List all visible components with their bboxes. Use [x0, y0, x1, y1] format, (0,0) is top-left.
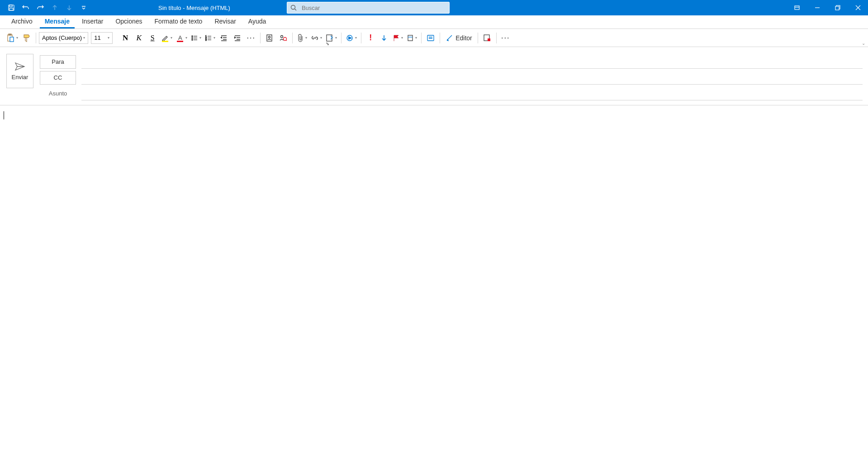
immersive-reader-button[interactable] — [424, 32, 437, 44]
separator — [440, 33, 440, 43]
search-box[interactable] — [287, 2, 450, 14]
minimize-button[interactable] — [807, 0, 827, 15]
high-importance-button[interactable]: ! — [364, 32, 377, 44]
svg-text:3: 3 — [205, 38, 207, 41]
format-painter-button[interactable] — [20, 32, 33, 44]
undo-button[interactable] — [19, 1, 33, 14]
chevron-down-icon: ▾ — [320, 36, 322, 40]
collapse-ribbon-button[interactable]: ⌄ — [862, 41, 865, 46]
italic-button[interactable]: K — [133, 32, 145, 44]
subject-label: Asunto — [40, 90, 76, 97]
font-size-select[interactable]: 11 ▾ — [91, 32, 113, 44]
link-button[interactable]: ▾ — [309, 32, 323, 44]
chevron-down-icon: ▾ — [108, 36, 109, 40]
chevron-down-icon: ▾ — [83, 36, 85, 40]
low-importance-button[interactable] — [378, 32, 390, 44]
font-name-select[interactable]: Aptos (Cuerpo) ▾ — [39, 32, 88, 44]
next-item-button — [62, 1, 76, 14]
prev-item-button — [48, 1, 62, 14]
dialog-launcher-icon[interactable]: ⬊ — [326, 41, 329, 46]
ribbon: ▾ Aptos (Cuerpo) ▾ 11 ▾ N K S ▾ A ▾ ▾ 12… — [0, 29, 868, 47]
window-title: Sin título - Mensaje (HTML) — [158, 5, 230, 11]
to-button[interactable]: Para — [40, 55, 76, 69]
compose-header: Enviar Para CC Asunto — [0, 47, 868, 101]
tab-archivo[interactable]: Archivo — [6, 15, 38, 28]
bold-button[interactable]: N — [119, 32, 132, 44]
chevron-down-icon: ▾ — [213, 36, 215, 40]
chevron-down-icon: ▾ — [171, 36, 172, 40]
search-icon — [290, 4, 297, 11]
text-cursor — [4, 111, 4, 119]
chevron-down-icon: ▾ — [16, 36, 18, 40]
svg-rect-24 — [408, 35, 413, 41]
assign-policy-button[interactable]: ▾ — [405, 32, 418, 44]
svg-rect-4 — [795, 6, 799, 10]
tab-formato[interactable]: Formato de texto — [150, 15, 208, 28]
to-input[interactable] — [81, 55, 863, 69]
maximize-button[interactable] — [827, 0, 848, 15]
separator — [341, 33, 342, 43]
more-formatting-button[interactable]: ··· — [245, 32, 257, 44]
save-button[interactable] — [5, 1, 18, 14]
qat-customize-button[interactable] — [77, 1, 90, 14]
svg-point-3 — [291, 5, 295, 10]
svg-rect-1 — [9, 5, 12, 7]
cc-row: CC — [40, 70, 863, 86]
separator — [260, 33, 261, 43]
tab-opciones[interactable]: Opciones — [110, 15, 147, 28]
svg-rect-27 — [488, 38, 490, 41]
attach-file-button[interactable]: ▾ — [295, 32, 308, 44]
decrease-indent-button[interactable] — [218, 32, 230, 44]
templates-button[interactable] — [481, 32, 493, 44]
message-body[interactable] — [0, 105, 868, 452]
send-button[interactable]: Enviar — [6, 54, 33, 88]
bullets-button[interactable]: ▾ — [190, 32, 203, 44]
chevron-down-icon: ▾ — [355, 36, 357, 40]
address-book-button[interactable] — [263, 32, 276, 44]
editor-button[interactable]: Editor — [443, 32, 475, 44]
tab-revisar[interactable]: Revisar — [209, 15, 241, 28]
svg-rect-22 — [327, 35, 332, 41]
tab-mensaje[interactable]: Mensaje — [40, 15, 75, 28]
svg-rect-7 — [9, 34, 11, 35]
tab-ayuda[interactable]: Ayuda — [243, 15, 271, 28]
chevron-down-icon: ▾ — [199, 36, 201, 40]
underline-button[interactable]: S — [146, 32, 159, 44]
chevron-down-icon: ▾ — [415, 36, 417, 40]
highlight-button[interactable]: ▾ — [160, 32, 174, 44]
separator — [292, 33, 293, 43]
chevron-down-icon: ▾ — [401, 36, 403, 40]
search-input[interactable] — [300, 5, 449, 11]
check-names-button[interactable] — [277, 32, 289, 44]
chevron-down-icon: ▾ — [305, 36, 307, 40]
increase-indent-button[interactable] — [231, 32, 244, 44]
to-row: Para — [40, 54, 863, 70]
font-color-button[interactable]: A ▾ — [175, 32, 189, 44]
subject-input[interactable] — [81, 87, 863, 100]
svg-point-13 — [192, 37, 193, 38]
redo-button[interactable] — [33, 1, 47, 14]
separator — [421, 33, 422, 43]
svg-text:A: A — [178, 34, 182, 41]
ribbon-display-button[interactable] — [787, 0, 807, 15]
follow-up-button[interactable]: ▾ — [391, 32, 404, 44]
window-controls — [787, 0, 868, 15]
cc-input[interactable] — [81, 71, 863, 85]
titlebar: Sin título - Mensaje (HTML) — [0, 0, 868, 15]
tab-insertar[interactable]: Insertar — [77, 15, 108, 28]
cc-button[interactable]: CC — [40, 71, 76, 85]
numbering-button[interactable]: 123 ▾ — [204, 32, 217, 44]
separator — [361, 33, 361, 43]
svg-point-20 — [281, 35, 283, 38]
svg-rect-8 — [10, 37, 14, 42]
chevron-down-icon: ▾ — [185, 36, 187, 40]
more-commands-button[interactable]: ··· — [499, 32, 512, 44]
svg-rect-11 — [177, 41, 183, 42]
separator — [478, 33, 478, 43]
svg-rect-5 — [835, 6, 839, 10]
quick-access-toolbar — [0, 1, 90, 14]
ribbon-tabs: Archivo Mensaje Insertar Opciones Format… — [0, 15, 868, 29]
close-button[interactable] — [848, 0, 868, 15]
dictate-button[interactable]: ▾ — [344, 32, 358, 44]
paste-button[interactable]: ▾ — [5, 32, 19, 44]
